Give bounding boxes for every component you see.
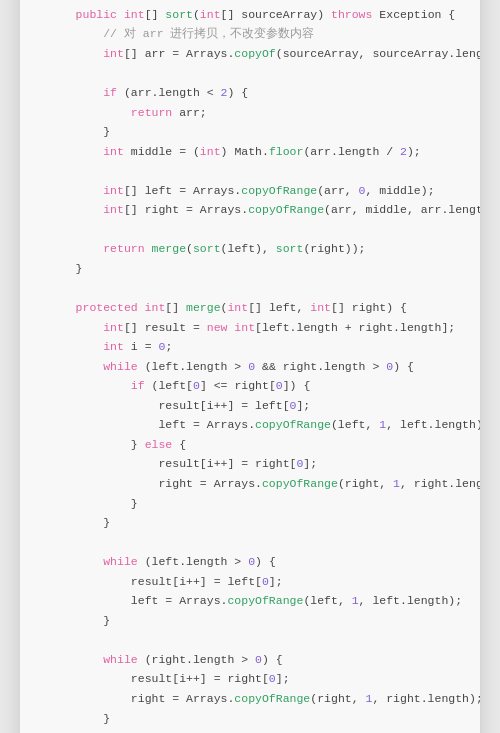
code-card: //五分钟学算法：Java代码实现 public class MergeSort… (20, 0, 480, 733)
code-content: //五分钟学算法：Java代码实现 public class MergeSort… (48, 0, 452, 733)
